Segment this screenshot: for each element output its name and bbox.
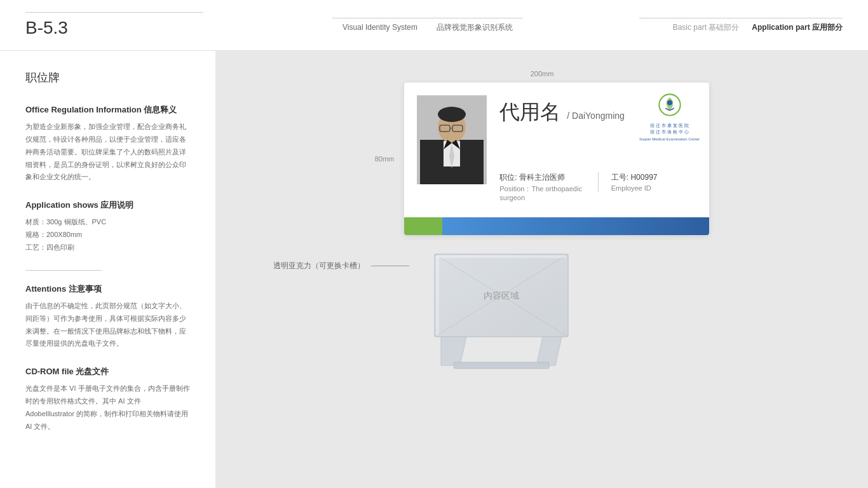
info-heading-3: Attentions 注意事项: [25, 283, 190, 295]
badge-photo: [417, 95, 487, 184]
page-header: B-5.3 Visual Identity System 品牌视觉形象识别系统 …: [0, 0, 868, 51]
badge-position-en: Position：The orthopaedic surgeon: [499, 184, 585, 201]
badge-details: 职位: 骨科主治医师 Position：The orthopaedic surg…: [499, 172, 696, 201]
dimension-width-label: 200mm: [531, 70, 554, 78]
content-area-label: 内容区域: [484, 290, 519, 301]
info-heading-2: Application shows 应用说明: [25, 200, 190, 211]
divider-line: [25, 270, 102, 271]
hospital-name-cn1: 宿 迁 市 康 复 医 院 宿 迁 市 体 检 中 心: [650, 123, 689, 135]
badge-with-dimensions: 200mm 80mm: [375, 70, 710, 235]
person-silhouette: [417, 95, 487, 184]
badge-container: 200mm 80mm: [241, 70, 843, 235]
info-section-4: CD-ROM file 光盘文件 光盘文件是本 VI 手册电子文件的集合，内含手…: [25, 366, 190, 433]
hospital-name-en: Suqian Medical Examination Center: [639, 137, 700, 141]
badge-card: 代用名 / DaiYongming 职位: 骨科主治医师 Position：Th…: [404, 83, 709, 235]
info-section-2: Application shows 应用说明 材质：300g 铜版纸、PVC 规…: [25, 200, 190, 254]
info-body-4: 光盘文件是本 VI 手册电子文件的集合，内含手册制作时的专用软件格式文件。其中 …: [25, 383, 190, 433]
svg-point-5: [438, 107, 466, 122]
badge-row: 80mm: [375, 83, 710, 235]
info-section-1: Office Regulation Information 信息释义 为塑造企业…: [25, 104, 190, 184]
badge-position-cn: 职位: 骨科主治医师: [499, 172, 585, 183]
stand-label-line: [371, 266, 409, 266]
badge-employee-id-en: Employee ID: [611, 184, 697, 192]
info-section-3: Attentions 注意事项 由于信息的不确定性，此页部分规范（如文字大小、间…: [25, 283, 190, 350]
vi-chinese-label: 品牌视觉形象识别系统: [437, 22, 513, 33]
stand-svg: 内容区域: [422, 248, 600, 375]
badge-footer-bar: [404, 217, 709, 235]
header-right-line: [639, 18, 843, 18]
info-heading-1: Office Regulation Information 信息释义: [25, 104, 190, 116]
badge-name-chinese: 代用名: [499, 98, 560, 126]
hospital-logo-icon: [654, 92, 686, 121]
app-part-label: Application part 应用部分: [752, 22, 843, 33]
info-body-1: 为塑造企业新形象，加强企业管理，配合企业商务礼仪规范，特设计各种用品，以便于企业…: [25, 121, 190, 184]
badge-logo: 宿 迁 市 康 复 医 院 宿 迁 市 体 检 中 心 Suqian Medic…: [639, 92, 700, 141]
info-body-2: 材质：300g 铜版纸、PVC 规格：200X80mm 工艺：四色印刷: [25, 216, 190, 254]
badge-employee-id-cn: 工号: H00997: [611, 172, 697, 183]
header-center-labels: Visual Identity System 品牌视觉形象识别系统: [342, 22, 513, 33]
badge-card-body: 代用名 / DaiYongming 职位: 骨科主治医师 Position：Th…: [404, 83, 709, 217]
header-right: Basic part 基础部分 Application part 应用部分: [614, 18, 843, 33]
svg-rect-16: [454, 362, 549, 369]
info-body-3: 由于信息的不确定性，此页部分规范（如文字大小、间距等）可作为参考使用，具体可根据…: [25, 300, 190, 350]
svg-rect-17: [436, 255, 439, 336]
header-center-line: [332, 18, 523, 18]
badge-detail-id: 工号: H00997 Employee ID: [598, 172, 697, 192]
svg-point-12: [667, 100, 672, 105]
left-panel: 职位牌 Office Regulation Information 信息释义 为…: [0, 51, 216, 488]
header-left: B-5.3: [25, 12, 241, 38]
page-code: B-5.3: [25, 18, 68, 37]
svg-rect-18: [436, 255, 567, 258]
main-content: 职位牌 Office Regulation Information 信息释义 为…: [0, 51, 868, 488]
basic-part-label: Basic part 基础部分: [673, 22, 740, 33]
header-divider: [25, 12, 203, 13]
section-title: 职位牌: [25, 70, 190, 85]
stand-label: 透明亚克力（可更换卡槽）: [273, 261, 409, 271]
header-right-labels: Basic part 基础部分 Application part 应用部分: [673, 22, 843, 33]
stand-visual: 内容区域: [422, 248, 600, 375]
badge-name-english: / DaiYongming: [567, 111, 625, 121]
info-heading-4: CD-ROM file 光盘文件: [25, 366, 190, 377]
header-center: Visual Identity System 品牌视觉形象识别系统: [241, 18, 614, 33]
dimension-height-label: 80mm: [375, 155, 395, 163]
stand-section: 透明亚克力（可更换卡槽）: [241, 248, 843, 375]
right-panel: 200mm 80mm: [216, 51, 868, 488]
badge-detail-position: 职位: 骨科主治医师 Position：The orthopaedic surg…: [499, 172, 585, 201]
vi-english-label: Visual Identity System: [342, 23, 417, 32]
